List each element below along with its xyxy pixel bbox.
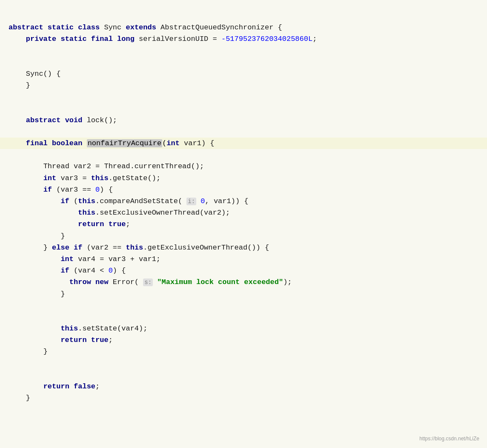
watermark: https://blog.csdn.net/hLiZe [419,435,479,443]
line-blank-4 [9,371,13,379]
line-9: if (var3 == 0) { [9,186,113,194]
line-blank-2 [9,105,13,113]
line-blank-1 [9,58,13,66]
line-17: throw new Error( s: "Maximum lock count … [9,278,292,286]
line-20: return true; [9,336,113,344]
line-4: } [9,81,30,89]
line-3: Sync() { [9,70,60,78]
line-2: private static final long serialVersionU… [9,35,317,43]
line-23: } [9,394,30,402]
line-8: int var3 = this.getState(); [9,174,160,182]
line-highlighted: final boolean nonfairTryAcquire(int var1… [0,138,487,149]
line-21: } [9,347,48,356]
line-14: } else if (var2 == this.getExclusiveOwne… [9,244,269,252]
line-18: } [9,290,65,298]
line-19: this.setState(var4); [9,325,147,333]
line-10: if (this.compareAndSetState( i: 0, var1)… [9,197,249,205]
line-11: this.setExclusiveOwnerThread(var2); [9,209,230,217]
line-15: int var4 = var3 + var1; [9,255,160,263]
line-5: abstract void lock(); [9,116,117,124]
line-blank-3 [9,313,13,321]
code-block: abstract static class Sync extends Abstr… [9,10,473,404]
line-1: abstract static class Sync extends Abstr… [9,23,282,32]
line-12: return true; [9,220,130,228]
line-16: if (var4 < 0) { [9,267,126,275]
line-13: } [9,232,65,240]
line-7: Thread var2 = Thread.currentThread(); [9,162,204,170]
line-22: return false; [9,382,100,391]
